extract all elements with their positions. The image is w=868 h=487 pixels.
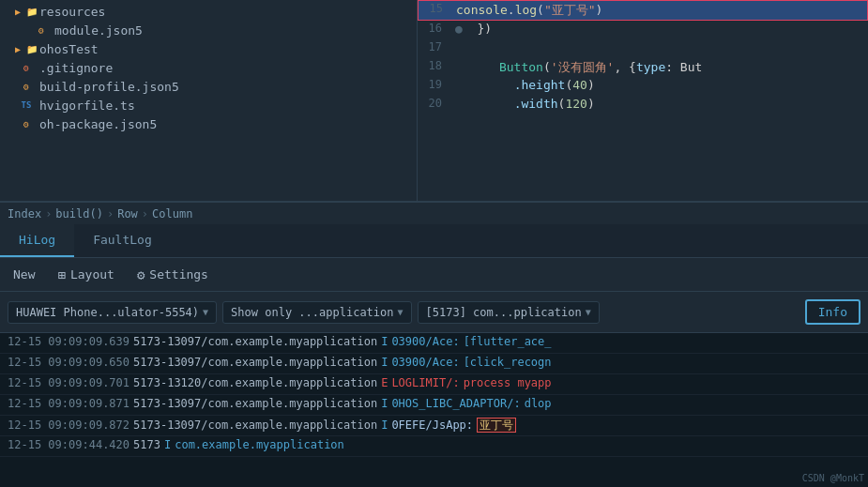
log-msg-5: 亚丁号: [477, 418, 516, 434]
log-line-2: 12-15 09:09:09.650 5173-13097/com.exampl…: [0, 354, 868, 374]
code-panel: 15 console.log("亚丁号") 16 ● }) 17 18 B: [418, 0, 868, 201]
log-line-3: 12-15 09:09:09.701 5173-13120/com.exampl…: [0, 374, 868, 395]
tree-item-label: ohosTest: [39, 42, 99, 56]
pid-arrow: ▼: [586, 307, 591, 317]
info-button[interactable]: Info: [805, 299, 860, 325]
log-line-6: 12-15 09:09:44.420 5173 I com.example.my…: [0, 436, 868, 457]
log-pid-5: 5173-13097/com.example.myapplication: [133, 419, 377, 432]
bottom-panel: HiLog FaultLog New ⊞ Layout ⚙ Settings H…: [0, 224, 868, 487]
log-msg-3: process myapp: [464, 376, 552, 389]
log-timestamp-5: 12-15 09:09:09.872: [8, 419, 129, 432]
pid-label: [5173] com...pplication: [426, 306, 582, 319]
log-level-4: I: [381, 397, 388, 410]
log-timestamp-1: 12-15 09:09:09.639: [8, 335, 129, 348]
breadcrumb-index[interactable]: Index: [8, 207, 41, 221]
breadcrumb-sep-3: ›: [142, 207, 148, 221]
file-tree: ▶ 📁 resources ⚙ module.json5 ▶ 📁 ohosTes…: [0, 0, 418, 201]
log-level-1: I: [381, 335, 388, 348]
code-line-16: 16 ● }): [418, 21, 868, 39]
tree-item-label: build-profile.json5: [39, 80, 179, 94]
tree-item-label: module.json5: [54, 23, 143, 38]
gear-icon: ⚙: [137, 267, 145, 282]
log-line-1: 12-15 09:09:09.639 5173-13097/com.exampl…: [0, 333, 868, 354]
show-only-dropdown[interactable]: Show only ...application ▼: [222, 301, 411, 324]
editor-area: ▶ 📁 resources ⚙ module.json5 ▶ 📁 ohosTes…: [0, 0, 868, 202]
ts-icon: TS: [19, 98, 34, 113]
line-content-18: Button('没有圆角', {type: But: [451, 59, 868, 76]
breadcrumb-build[interactable]: build(): [55, 207, 103, 221]
line-number-15: 15: [419, 2, 452, 15]
line-number-18: 18: [418, 59, 451, 72]
settings-button[interactable]: ⚙ Settings: [131, 266, 214, 284]
tree-item-gitignore[interactable]: ⚙ .gitignore: [0, 58, 417, 77]
tab-faultlog-label: FaultLog: [93, 233, 152, 247]
filter-bar: HUAWEI Phone...ulator-5554) ▼ Show only …: [0, 292, 868, 333]
info-label: Info: [818, 305, 847, 319]
show-only-label: Show only ...application: [231, 306, 393, 319]
json-icon: ⚙: [19, 79, 34, 94]
log-pid-6: 5173: [133, 438, 160, 451]
log-level-6: I: [164, 438, 171, 451]
log-pid-3: 5173-13120/com.example.myapplication: [133, 376, 377, 389]
tab-faultlog[interactable]: FaultLog: [74, 224, 171, 257]
tree-item-hvigorfile[interactable]: TS hvigorfile.ts: [0, 96, 417, 114]
breadcrumb-row[interactable]: Row: [117, 207, 138, 221]
log-timestamp-2: 12-15 09:09:09.650: [8, 356, 129, 369]
log-level-2: I: [381, 356, 388, 369]
json-icon: ⚙: [19, 116, 34, 131]
log-tag-3: LOGLIMIT/:: [391, 376, 459, 389]
tree-item-label: oh-package.json5: [39, 117, 157, 131]
tree-item-module-json5[interactable]: ⚙ module.json5: [0, 21, 417, 39]
breadcrumb-sep-2: ›: [107, 207, 114, 221]
tab-hilog-label: HiLog: [19, 233, 55, 247]
code-line-19: 19 .height(40): [418, 77, 868, 96]
tabs-bar: HiLog FaultLog: [0, 224, 868, 258]
tree-item-ohostest[interactable]: ▶ 📁 ohosTest: [0, 39, 417, 58]
tree-item-label: .gitignore: [39, 61, 113, 75]
folder-icon: ▶ 📁: [19, 4, 34, 19]
breadcrumb-sep-1: ›: [45, 207, 52, 221]
show-only-arrow: ▼: [398, 307, 404, 317]
log-line-4: 12-15 09:09:09.871 5173-13097/com.exampl…: [0, 395, 868, 416]
code-line-20: 20 .width(120): [418, 96, 868, 114]
line-number-16: 16: [418, 22, 451, 35]
tree-item-label: resources: [39, 5, 105, 19]
code-line-18: 18 Button('没有圆角', {type: But: [418, 58, 868, 77]
tree-item-resources[interactable]: ▶ 📁 resources: [0, 2, 417, 21]
new-button[interactable]: New: [8, 266, 40, 283]
line-content-15: console.log("亚丁号"): [452, 2, 867, 19]
line-number-19: 19: [418, 78, 451, 91]
code-lines: 15 console.log("亚丁号") 16 ● }) 17 18 B: [418, 0, 868, 114]
toolbar: New ⊞ Layout ⚙ Settings: [0, 258, 868, 292]
pid-dropdown[interactable]: [5173] com...pplication ▼: [418, 301, 600, 324]
device-dropdown[interactable]: HUAWEI Phone...ulator-5554) ▼: [8, 301, 217, 324]
log-tag-6: com.example.myapplication: [175, 438, 344, 451]
log-msg-1: [flutter_ace_: [464, 335, 552, 348]
tree-item-build-profile[interactable]: ⚙ build-profile.json5: [0, 77, 417, 96]
tree-item-label: hvigorfile.ts: [39, 99, 135, 113]
line-content-19: .height(40): [451, 78, 868, 92]
log-msg-2: [click_recogn: [464, 356, 552, 369]
device-label: HUAWEI Phone...ulator-5554): [16, 306, 199, 319]
code-line-15: 15 console.log("亚丁号"): [418, 0, 868, 21]
log-tag-4: 0HOS_LIBC_ADAPTOR/:: [391, 397, 520, 410]
layout-icon: ⊞: [57, 267, 65, 282]
breadcrumb-column[interactable]: Column: [152, 207, 192, 221]
line-number-20: 20: [418, 97, 451, 110]
log-tag-2: 03900/Ace:: [391, 356, 459, 369]
code-line-17: 17: [418, 39, 868, 58]
log-pid-1: 5173-13097/com.example.myapplication: [133, 335, 377, 348]
tab-hilog[interactable]: HiLog: [0, 224, 74, 257]
log-timestamp-6: 12-15 09:09:44.420: [8, 438, 129, 451]
line-content-17: [451, 40, 868, 54]
log-pid-4: 5173-13097/com.example.myapplication: [133, 397, 377, 410]
log-tag-1: 03900/Ace:: [391, 335, 459, 348]
log-line-5: 12-15 09:09:09.872 5173-13097/com.exampl…: [0, 416, 868, 436]
log-area: 12-15 09:09:09.639 5173-13097/com.exampl…: [0, 333, 868, 487]
breadcrumb-bar: Index › build() › Row › Column: [0, 202, 868, 224]
log-tag-5: 0FEFE/JsApp:: [391, 419, 473, 432]
tree-item-oh-package[interactable]: ⚙ oh-package.json5: [0, 114, 417, 133]
line-content-16: ● }): [451, 22, 868, 36]
line-content-20: .width(120): [451, 97, 868, 111]
layout-button[interactable]: ⊞ Layout: [52, 266, 119, 284]
